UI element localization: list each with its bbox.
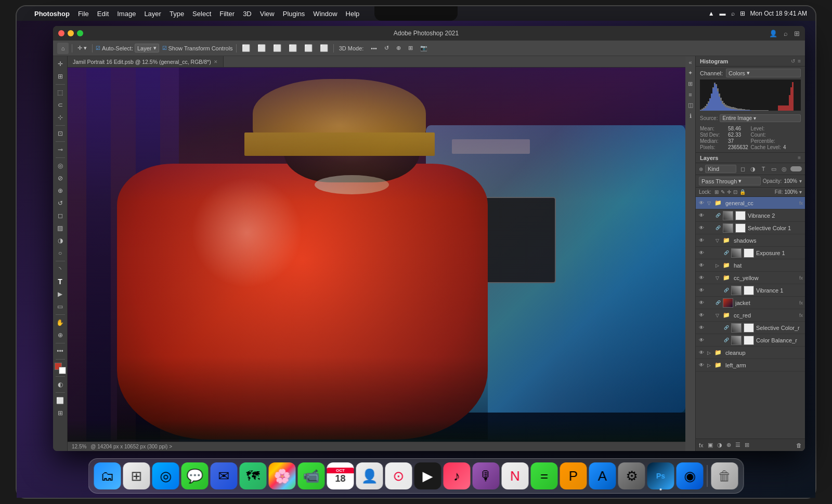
menu-photoshop[interactable]: Photoshop (30, 10, 74, 18)
dock-item-facetime[interactable]: 📹 (298, 462, 325, 489)
layer-visibility-toggle[interactable]: 👁 (698, 262, 705, 269)
dock-icon-maps[interactable]: 🗺 (240, 462, 267, 489)
move-3d-icon[interactable]: ⊕ (394, 44, 403, 52)
magic-wand-tool[interactable]: ⊹ (55, 112, 66, 123)
layers-menu-icon[interactable]: ≡ (798, 155, 801, 161)
layer-visibility-toggle[interactable]: 👁 (698, 212, 705, 219)
align-center-icon[interactable]: ⬜ (255, 43, 268, 53)
layer-item[interactable]: 👁▷📁hat (696, 259, 805, 272)
dock-icon-appstore[interactable]: A (589, 462, 616, 489)
dock-item-music[interactable]: ♪ (444, 462, 471, 489)
group-expand-arrow[interactable]: ▷ (707, 350, 711, 355)
group-expand-arrow[interactable]: ▷ (707, 363, 711, 368)
dodge-tool[interactable]: ○ (55, 247, 66, 259)
dock-icon-finder[interactable]: 🗂 (94, 462, 121, 489)
layer-visibility-toggle[interactable]: 👁 (698, 362, 705, 369)
menu-view[interactable]: View (256, 10, 279, 18)
document-tab-close[interactable]: ✕ (214, 59, 218, 64)
smart-filter-icon[interactable]: ◎ (780, 165, 788, 173)
dock-icon-music[interactable]: ♪ (444, 462, 471, 489)
minimize-button[interactable] (68, 30, 74, 36)
clone-stamp-tool[interactable]: ⊕ (55, 185, 66, 196)
lock-transparent-icon[interactable]: ⊞ (714, 189, 719, 195)
layer-item[interactable]: 👁▽📁cc_redfx (696, 309, 805, 322)
auto-select-checkbox[interactable]: ☑ Auto-Select: Layer▾ (96, 44, 159, 52)
dock-icon-preferences[interactable]: ◉ (677, 462, 704, 489)
dock-item-safari[interactable]: ◎ (152, 462, 179, 489)
canvas-area[interactable]: EAT (68, 68, 685, 451)
quick-mask-icon[interactable]: ◐ (55, 379, 66, 390)
group-expand-arrow[interactable]: ▽ (716, 275, 719, 281)
dock-icon-launchpad[interactable]: ⊞ (123, 462, 150, 489)
dock-item-mail[interactable]: ✉ (211, 462, 238, 489)
layer-visibility-toggle[interactable]: 👁 (698, 287, 705, 294)
dock-item-pages[interactable]: P (560, 462, 587, 489)
histogram-refresh-icon[interactable]: ↺ (791, 58, 795, 64)
pen-tool[interactable]: ◝ (55, 263, 66, 275)
marquee-tool[interactable]: ⬚ (55, 87, 66, 98)
frame-tool[interactable]: ⊞ (55, 407, 66, 419)
foreground-background-colors[interactable] (55, 363, 66, 374)
filter-icon[interactable]: ⊕ (699, 166, 703, 172)
layer-item[interactable]: 👁▷📁left_arm (696, 359, 805, 372)
close-button[interactable] (58, 30, 64, 36)
channel-dropdown[interactable]: Colors ▾ (726, 69, 801, 77)
layer-item[interactable]: 👁🔗Selective Color_r (696, 322, 805, 334)
move-tool[interactable]: ✛ (55, 58, 66, 70)
dock-icon-contacts[interactable]: 👤 (356, 462, 383, 489)
layer-item[interactable]: 👁🔗jacketfx (696, 297, 805, 309)
auto-select-dropdown[interactable]: Layer▾ (135, 44, 159, 52)
layer-visibility-toggle[interactable]: 👁 (698, 249, 705, 257)
maximize-button[interactable] (77, 30, 83, 36)
info-icon[interactable]: ℹ (690, 113, 692, 120)
dock-item-calendar[interactable]: OCT18 (327, 462, 354, 489)
lock-artboard-icon[interactable]: ⊡ (733, 189, 737, 195)
dock-icon-safari[interactable]: ◎ (152, 462, 179, 489)
align-left-icon[interactable]: ⬜ (240, 43, 252, 53)
shape-filter-icon[interactable]: ▭ (770, 165, 778, 173)
dock-icon-trash[interactable]: 🗑 (711, 462, 738, 489)
dock-icon-photoshop[interactable]: Ps (647, 462, 674, 489)
kind-filter-dropdown[interactable]: Kind (705, 165, 736, 173)
layer-visibility-toggle[interactable]: 👁 (698, 237, 705, 244)
camera-icon[interactable]: 📷 (418, 44, 430, 52)
blur-tool[interactable]: ◑ (55, 235, 66, 246)
dock-icon-systemai[interactable]: ⚙ (618, 462, 645, 489)
dock-item-appletv[interactable]: ▶ (414, 462, 441, 489)
new-adjustment-layer-button[interactable]: ◑ (717, 442, 722, 448)
layer-item[interactable]: 👁▽📁general_ccfx (696, 197, 805, 209)
toolbar-more[interactable]: ••• (369, 44, 379, 52)
new-layer-button[interactable]: ⊞ (745, 442, 749, 448)
align-right-icon[interactable]: ⬜ (271, 43, 283, 53)
dock-item-maps[interactable]: 🗺 (240, 462, 267, 489)
healing-brush-tool[interactable]: ◎ (55, 160, 66, 171)
dock-icon-numbers[interactable]: = (531, 462, 558, 489)
layer-visibility-toggle[interactable]: 👁 (698, 312, 705, 319)
layer-fx-button[interactable]: fx (699, 442, 704, 448)
menu-search-icon[interactable]: ⌕ (731, 10, 735, 17)
menu-help[interactable]: Help (342, 10, 364, 18)
menu-edit[interactable]: Edit (93, 10, 113, 18)
dock-icon-reminders[interactable]: ⊙ (385, 462, 412, 489)
group-expand-arrow[interactable]: ▽ (716, 238, 719, 243)
dock-icon-photos[interactable]: 🌸 (269, 462, 296, 489)
layer-item[interactable]: 👁🔗Selective Color 1 (696, 222, 805, 234)
adjustment-filter-icon[interactable]: ◑ (749, 165, 757, 173)
channels-icon[interactable]: ◫ (688, 102, 693, 109)
dock-item-news[interactable]: N (502, 462, 529, 489)
brush-tool[interactable]: ⊘ (55, 173, 66, 184)
new-fill-layer-button[interactable]: ▣ (708, 442, 713, 448)
dock-item-finder[interactable]: 🗂 (94, 462, 121, 489)
lock-all-icon[interactable]: 🔒 (739, 189, 746, 195)
dock-icon-appletv[interactable]: ▶ (414, 462, 441, 489)
layer-item[interactable]: 👁▷📁cleanup (696, 347, 805, 359)
layer-visibility-toggle[interactable]: 👁 (698, 224, 705, 232)
dock-item-photoshop[interactable]: Ps (647, 462, 674, 489)
align-middle-icon[interactable]: ⬜ (302, 43, 315, 53)
dock-icon-facetime[interactable]: 📹 (298, 462, 325, 489)
sampling-icon[interactable]: ✦ (688, 70, 693, 76)
layer-item[interactable]: 👁🔗Exposure 1 (696, 247, 805, 259)
dock-item-reminders[interactable]: ⊙ (385, 462, 412, 489)
group-expand-arrow[interactable]: ▽ (707, 201, 711, 206)
path-select-tool[interactable]: ▶ (55, 288, 66, 300)
